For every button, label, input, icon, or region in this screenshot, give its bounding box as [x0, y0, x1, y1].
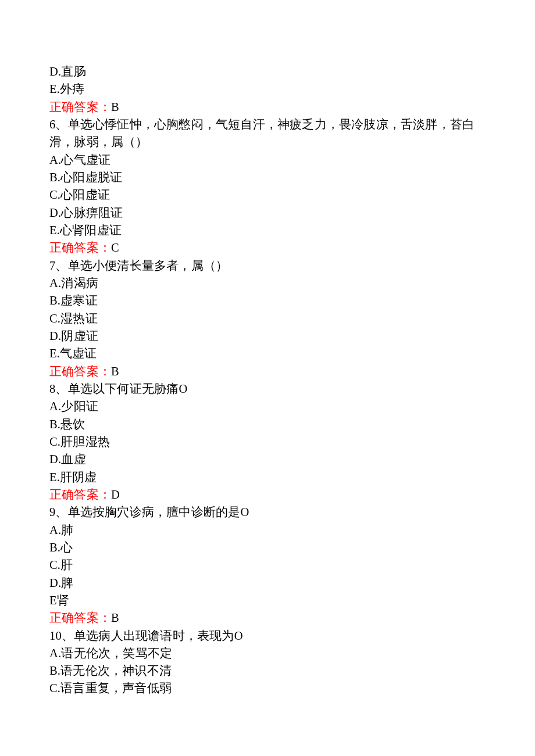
q8-option-b: B.悬饮: [49, 415, 486, 433]
answer-label: 正确答案：: [49, 241, 111, 254]
q10-option-b: B.语无伦次，神识不清: [49, 662, 486, 679]
q6-stem: 6、单选心悸怔忡，心胸憋闷，气短自汗，神疲乏力，畏冷肢凉，舌淡胖，苔白滑，脉弱，…: [49, 116, 486, 151]
q8-option-e: E.肝阴虚: [49, 468, 486, 486]
q7-option-c: C.湿热证: [49, 310, 486, 327]
answer-value: B: [111, 101, 119, 113]
document-page: D.直肠 E.外痔 正确答案：B 6、单选心悸怔忡，心胸憋闷，气短自汗，神疲乏力…: [0, 0, 535, 756]
q6-option-c: C.心阳虚证: [49, 186, 486, 203]
q7-answer: 正确答案：B: [49, 363, 486, 380]
answer-label: 正确答案：: [49, 365, 111, 378]
q8-option-a: A.少阳证: [49, 397, 486, 415]
q9-stem: 9、单选按胸穴诊病，膻中诊断的是O: [49, 503, 486, 521]
q7-option-d: D.阴虚证: [49, 327, 486, 345]
q8-stem: 8、单选以下何证无胁痛O: [49, 380, 486, 397]
answer-label: 正确答案：: [49, 611, 111, 624]
q10-option-a: A.语无伦次，笑骂不定: [49, 644, 486, 662]
q9-option-c: C.肝: [49, 556, 486, 574]
answer-value: D: [111, 488, 120, 501]
q7-option-b: B.虚寒证: [49, 292, 486, 309]
answer-value: B: [111, 365, 119, 378]
q9-option-d: D.脾: [49, 574, 486, 592]
answer-value: C: [111, 241, 119, 254]
q6-option-a: A.心气虚证: [49, 151, 486, 169]
answer-label: 正确答案：: [49, 488, 111, 501]
q9-option-a: A.肺: [49, 521, 486, 539]
q7-option-a: A.消渴病: [49, 274, 486, 292]
q9-option-b: B.心: [49, 539, 486, 556]
q10-stem: 10、单选病人出现谵语时，表现为O: [49, 627, 486, 644]
q6-option-b: B.心阳虚脱证: [49, 169, 486, 186]
q8-answer: 正确答案：D: [49, 486, 486, 503]
q9-option-e: E肾: [49, 592, 486, 609]
q5-answer: 正确答案：B: [49, 98, 486, 116]
answer-label: 正确答案：: [49, 101, 111, 113]
answer-value: B: [111, 611, 119, 624]
q5-option-d: D.直肠: [49, 63, 486, 80]
q6-option-e: E.心肾阳虚证: [49, 221, 486, 239]
q7-option-e: E.气虚证: [49, 345, 486, 362]
q9-answer: 正确答案：B: [49, 609, 486, 626]
q8-option-d: D.血虚: [49, 450, 486, 468]
q8-option-c: C.肝胆湿热: [49, 433, 486, 450]
q6-option-d: D.心脉痹阻证: [49, 204, 486, 221]
q10-option-c: C.语言重复，声音低弱: [49, 679, 486, 697]
q7-stem: 7、单选小便清长量多者，属（）: [49, 257, 486, 274]
q6-answer: 正确答案：C: [49, 239, 486, 256]
q5-option-e: E.外痔: [49, 80, 486, 98]
